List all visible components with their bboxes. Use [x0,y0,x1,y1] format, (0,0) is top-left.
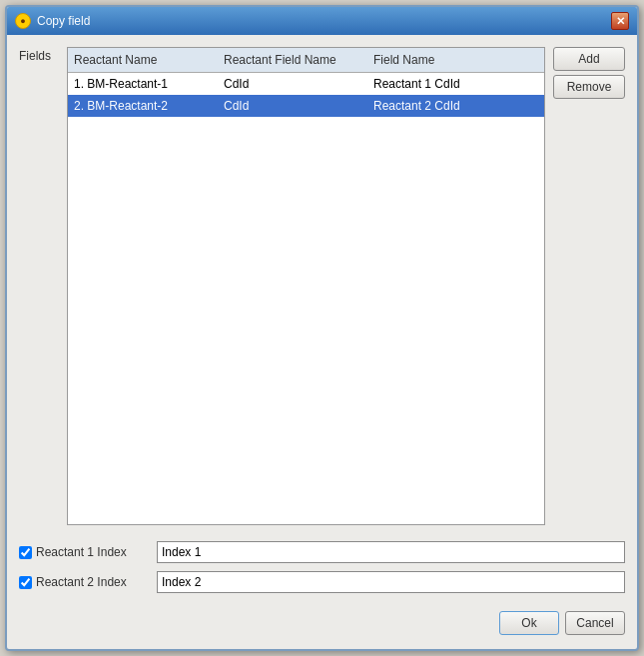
cell-reactant-field-name-2: CdId [218,97,367,115]
cell-field-name-1: Reactant 1 CdId [367,75,544,93]
fields-table: Reactant Name Reactant Field Name Field … [67,47,545,525]
fields-label: Fields [19,47,59,525]
reactant2-index-checkbox-container: Reactant 2 Index [19,575,149,589]
add-button[interactable]: Add [553,47,625,71]
table-body: 1. BM-Reactant-1 CdId Reactant 1 CdId 2.… [68,73,544,524]
index-row-2: Reactant 2 Index [19,571,625,593]
dialog-body: Fields Reactant Name Reactant Field Name… [7,35,637,649]
index-section: Reactant 1 Index Reactant 2 Index [19,535,625,597]
cell-field-name-2: Reactant 2 CdId [367,97,544,115]
reactant1-index-checkbox[interactable] [19,546,32,559]
cell-reactant-name-1: 1. BM-Reactant-1 [68,75,218,93]
close-button[interactable]: ✕ [611,12,629,30]
reactant1-index-label: Reactant 1 Index [36,545,127,559]
dialog-title: Copy field [37,14,90,28]
table-header: Reactant Name Reactant Field Name Field … [68,48,544,73]
action-buttons: Add Remove [553,47,625,525]
table-row[interactable]: 2. BM-Reactant-2 CdId Reactant 2 CdId [68,95,544,117]
reactant2-index-label: Reactant 2 Index [36,575,127,589]
col-header-field-name: Field Name [367,51,544,69]
reactant2-index-input[interactable] [157,571,625,593]
reactant1-index-checkbox-container: Reactant 1 Index [19,545,149,559]
fields-section: Fields Reactant Name Reactant Field Name… [19,47,625,525]
reactant1-index-input[interactable] [157,541,625,563]
ok-button[interactable]: Ok [499,611,559,635]
table-row[interactable]: 1. BM-Reactant-1 CdId Reactant 1 CdId [68,73,544,95]
cell-reactant-field-name-1: CdId [218,75,367,93]
footer-buttons: Ok Cancel [19,607,625,637]
col-header-reactant-name: Reactant Name [68,51,218,69]
cancel-button[interactable]: Cancel [565,611,625,635]
title-bar: ● Copy field ✕ [7,7,637,35]
dialog-icon: ● [15,13,31,29]
reactant2-index-checkbox[interactable] [19,576,32,589]
title-bar-left: ● Copy field [15,13,90,29]
col-header-reactant-field-name: Reactant Field Name [218,51,367,69]
copy-field-dialog: ● Copy field ✕ Fields Reactant Name Reac… [5,5,639,651]
remove-button[interactable]: Remove [553,75,625,99]
cell-reactant-name-2: 2. BM-Reactant-2 [68,97,218,115]
index-row-1: Reactant 1 Index [19,541,625,563]
